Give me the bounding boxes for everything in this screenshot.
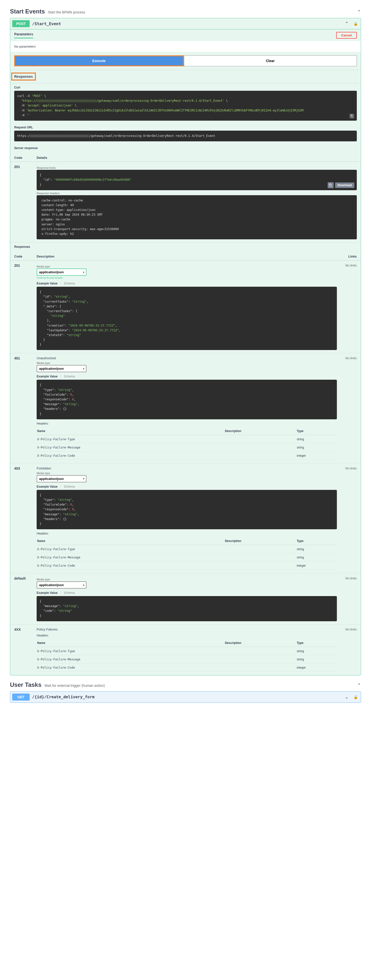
tab-example-value[interactable]: Example Value: [36, 591, 57, 595]
op-path: /Start_Event: [32, 21, 61, 26]
lock-icon[interactable]: 🔒: [352, 695, 359, 699]
headers-table-403: NameDescriptionType X-Policy-Failure-Typ…: [36, 537, 337, 570]
section-start-events[interactable]: Start Events Start the BPMN process ⌃: [10, 5, 361, 18]
tab-example-value[interactable]: Example Value: [36, 282, 57, 285]
no-links: No links: [337, 466, 357, 570]
headers-sub: Headers:: [36, 634, 337, 637]
col-code: Code: [14, 255, 36, 258]
chevron-up-icon: ⌃: [357, 9, 361, 15]
no-links: No links: [337, 356, 357, 460]
resp-body-code: { "id": "00000000fc606d92b00000008c37fe6…: [36, 170, 357, 190]
media-type-select[interactable]: application/json: [36, 365, 86, 372]
tab-schema[interactable]: Schema: [60, 485, 75, 488]
request-url-label: Request URL: [14, 126, 357, 129]
resp-headers-label: Response headers: [36, 192, 357, 195]
tab-parameters[interactable]: Parameters: [14, 32, 33, 38]
method-badge-get: GET: [12, 694, 30, 700]
media-type-select[interactable]: application/json: [36, 475, 86, 482]
resp-code-201: 201: [14, 264, 36, 350]
resp-code-401: 401: [14, 356, 36, 460]
headers-table-401: NameDescriptionType X-Policy-Failure-Typ…: [36, 427, 337, 460]
col-links: Links: [337, 255, 357, 258]
chevron-up-icon: ⌃: [343, 21, 350, 26]
media-type-label: Media type: [36, 361, 337, 364]
op-path: /{id}/Create_delivery_form: [32, 695, 94, 699]
section-title: User Tasks: [10, 681, 41, 688]
chevron-down-icon: ⌄: [343, 694, 350, 700]
tab-schema[interactable]: Schema: [60, 282, 75, 285]
cancel-button[interactable]: Cancel: [336, 32, 357, 39]
tab-schema[interactable]: Schema: [60, 591, 75, 595]
example-default-code: { "message": "string", "code": "string" …: [36, 596, 337, 621]
resp-code-403: 403: [14, 466, 36, 570]
no-params-text: No parameters: [10, 41, 361, 52]
copy-icon[interactable]: [328, 182, 334, 188]
controls-hint: Controls Accept header.: [36, 277, 337, 279]
resp-body-label: Response body: [36, 166, 357, 169]
media-type-label: Media type: [36, 265, 337, 268]
opblock-summary[interactable]: GET /{id}/Create_delivery_form ⌄ 🔒: [10, 692, 361, 703]
section-desc: Start the BPMN process: [48, 10, 85, 14]
media-type-label: Media type: [36, 578, 337, 581]
col-code: Code: [14, 156, 36, 159]
opblock-create-delivery-form: GET /{id}/Create_delivery_form ⌄ 🔒: [10, 691, 361, 703]
section-title: Start Events: [10, 8, 45, 15]
copy-icon[interactable]: [349, 114, 354, 119]
resp-code-4xx: 4XX: [14, 627, 36, 672]
tab-example-value[interactable]: Example Value: [36, 485, 57, 488]
clear-button[interactable]: Clear: [184, 55, 357, 66]
no-links: No links: [337, 627, 357, 672]
media-type-label: Media type: [36, 472, 337, 475]
opblock-summary[interactable]: POST /Start_Event ⌃ 🔒: [10, 18, 361, 29]
chevron-up-icon: ⌃: [357, 682, 361, 688]
desc-unauthorized: Unauthorized: [36, 356, 337, 360]
section-user-tasks[interactable]: User Tasks Wait for external trigger (hu…: [10, 678, 361, 691]
download-button[interactable]: Download: [335, 183, 354, 188]
server-response-label: Server response: [14, 146, 357, 150]
media-type-select[interactable]: application/json: [36, 581, 86, 589]
method-badge-post: POST: [12, 20, 30, 27]
curl-label: Curl: [14, 86, 357, 89]
headers-sub: Headers:: [36, 422, 337, 425]
resp-headers-code: cache-control: no-cache content-length: …: [36, 195, 357, 240]
responses-heading: Responses: [11, 73, 36, 81]
resp-code-default: default: [14, 576, 36, 621]
responses-label: Responses: [14, 245, 357, 248]
media-type-select[interactable]: application/json: [36, 269, 86, 276]
resp-code-201: 201: [14, 165, 36, 239]
example-401-code: { "type": "string", "failureCode": 0, "r…: [36, 380, 337, 419]
example-201-code: { "id": "string", "currentTasks": "strin…: [36, 287, 337, 350]
headers-sub: Headers:: [36, 532, 337, 535]
desc-forbidden: Forbidden: [36, 466, 337, 470]
desc-policy-failures: Policy Failures: [36, 627, 337, 631]
example-403-code: { "type": "string", "failureCode": 0, "r…: [36, 490, 337, 529]
tab-schema[interactable]: Schema: [60, 375, 75, 378]
curl-code: curl -X 'POST' \ 'https://xxxxxxxxxxxxxx…: [14, 91, 357, 121]
opblock-start-event: POST /Start_Event ⌃ 🔒 Parameters Cancel …: [10, 18, 361, 675]
col-details: Details: [36, 156, 357, 159]
request-url-code: https:/xxxxxxxxxxxxxxxxxxxxxxxxxxxxxxxxx…: [14, 130, 357, 142]
no-links: No links: [337, 264, 357, 350]
no-links: No links: [337, 576, 357, 621]
section-desc: Wait for external trigger (human action): [44, 684, 105, 687]
col-desc: Description: [36, 255, 337, 258]
tab-example-value[interactable]: Example Value: [36, 375, 57, 378]
lock-icon[interactable]: 🔒: [352, 22, 359, 25]
execute-button[interactable]: Execute: [15, 56, 183, 65]
headers-table-4xx: NameDescriptionType X-Policy-Failure-Typ…: [36, 639, 337, 672]
